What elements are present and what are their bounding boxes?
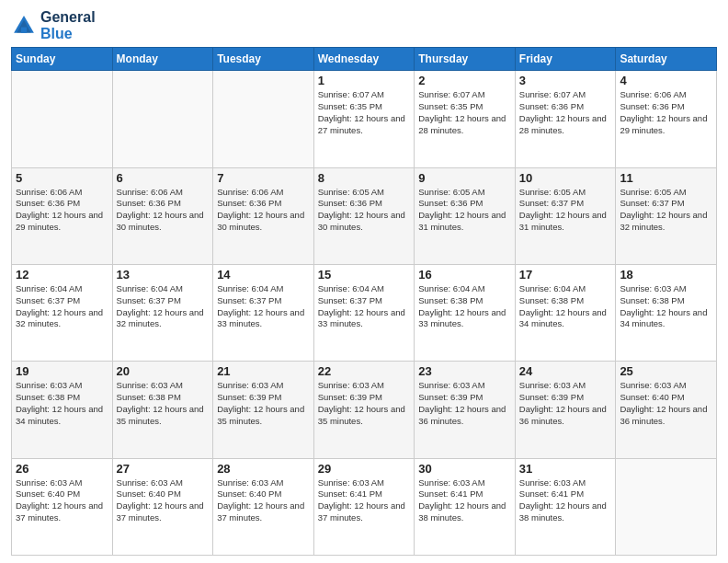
calendar-cell bbox=[112, 71, 213, 167]
day-number: 26 bbox=[16, 462, 108, 476]
day-number: 3 bbox=[519, 74, 612, 87]
calendar-cell: 13Sunrise: 6:04 AM Sunset: 6:37 PM Dayli… bbox=[112, 264, 213, 361]
day-number: 14 bbox=[217, 268, 310, 282]
day-number: 1 bbox=[318, 74, 411, 87]
day-number: 4 bbox=[620, 74, 712, 87]
day-number: 2 bbox=[418, 74, 511, 87]
cell-info: Sunrise: 6:05 AM Sunset: 6:37 PM Dayligh… bbox=[620, 187, 712, 234]
cell-info: Sunrise: 6:03 AM Sunset: 6:38 PM Dayligh… bbox=[620, 283, 712, 330]
day-number: 6 bbox=[117, 171, 210, 185]
day-of-week-header: Monday bbox=[112, 48, 213, 71]
cell-info: Sunrise: 6:04 AM Sunset: 6:37 PM Dayligh… bbox=[16, 283, 108, 330]
day-of-week-header: Sunday bbox=[12, 48, 113, 71]
cell-info: Sunrise: 6:05 AM Sunset: 6:36 PM Dayligh… bbox=[318, 187, 411, 234]
day-number: 22 bbox=[318, 364, 411, 378]
calendar-cell: 28Sunrise: 6:03 AM Sunset: 6:40 PM Dayli… bbox=[213, 458, 314, 555]
calendar-cell: 22Sunrise: 6:03 AM Sunset: 6:39 PM Dayli… bbox=[313, 362, 415, 458]
header: General Blue bbox=[11, 9, 717, 41]
cell-info: Sunrise: 6:03 AM Sunset: 6:40 PM Dayligh… bbox=[117, 477, 210, 524]
day-number: 15 bbox=[318, 268, 411, 282]
day-number: 9 bbox=[418, 171, 511, 185]
calendar-week-row: 5Sunrise: 6:06 AM Sunset: 6:36 PM Daylig… bbox=[12, 167, 717, 264]
calendar-cell: 17Sunrise: 6:04 AM Sunset: 6:38 PM Dayli… bbox=[515, 264, 616, 361]
day-number: 11 bbox=[620, 171, 712, 185]
day-of-week-header: Wednesday bbox=[313, 48, 415, 71]
day-number: 28 bbox=[217, 462, 310, 476]
cell-info: Sunrise: 6:03 AM Sunset: 6:39 PM Dayligh… bbox=[217, 380, 310, 427]
cell-info: Sunrise: 6:03 AM Sunset: 6:41 PM Dayligh… bbox=[519, 477, 612, 524]
day-number: 13 bbox=[117, 268, 210, 282]
day-number: 31 bbox=[519, 462, 612, 476]
calendar-cell: 19Sunrise: 6:03 AM Sunset: 6:38 PM Dayli… bbox=[12, 362, 113, 458]
day-number: 21 bbox=[217, 364, 310, 378]
cell-info: Sunrise: 6:06 AM Sunset: 6:36 PM Dayligh… bbox=[117, 187, 210, 234]
calendar-table: SundayMondayTuesdayWednesdayThursdayFrid… bbox=[11, 47, 717, 556]
day-number: 29 bbox=[318, 462, 411, 476]
cell-info: Sunrise: 6:03 AM Sunset: 6:40 PM Dayligh… bbox=[16, 477, 108, 524]
calendar-header: SundayMondayTuesdayWednesdayThursdayFrid… bbox=[12, 48, 717, 71]
page: General Blue SundayMondayTuesdayWednesda… bbox=[0, 0, 728, 563]
svg-rect-2 bbox=[21, 27, 27, 32]
calendar-cell bbox=[213, 71, 314, 167]
calendar-cell: 3Sunrise: 6:07 AM Sunset: 6:36 PM Daylig… bbox=[515, 71, 616, 167]
calendar-cell: 9Sunrise: 6:05 AM Sunset: 6:36 PM Daylig… bbox=[415, 167, 516, 264]
calendar-cell bbox=[616, 458, 717, 555]
cell-info: Sunrise: 6:05 AM Sunset: 6:36 PM Dayligh… bbox=[418, 187, 511, 234]
day-number: 10 bbox=[519, 171, 612, 185]
cell-info: Sunrise: 6:05 AM Sunset: 6:37 PM Dayligh… bbox=[519, 187, 612, 234]
calendar-cell: 11Sunrise: 6:05 AM Sunset: 6:37 PM Dayli… bbox=[616, 167, 717, 264]
calendar-cell: 12Sunrise: 6:04 AM Sunset: 6:37 PM Dayli… bbox=[12, 264, 113, 361]
day-number: 16 bbox=[418, 268, 511, 282]
calendar-cell: 14Sunrise: 6:04 AM Sunset: 6:37 PM Dayli… bbox=[213, 264, 314, 361]
calendar-cell: 15Sunrise: 6:04 AM Sunset: 6:37 PM Dayli… bbox=[313, 264, 415, 361]
day-number: 27 bbox=[117, 462, 210, 476]
day-number: 17 bbox=[519, 268, 612, 282]
cell-info: Sunrise: 6:03 AM Sunset: 6:38 PM Dayligh… bbox=[16, 380, 108, 427]
cell-info: Sunrise: 6:07 AM Sunset: 6:35 PM Dayligh… bbox=[418, 89, 511, 136]
logo-area: General Blue bbox=[11, 9, 96, 41]
calendar-cell: 5Sunrise: 6:06 AM Sunset: 6:36 PM Daylig… bbox=[12, 167, 113, 264]
calendar-cell: 21Sunrise: 6:03 AM Sunset: 6:39 PM Dayli… bbox=[213, 362, 314, 458]
cell-info: Sunrise: 6:06 AM Sunset: 6:36 PM Dayligh… bbox=[217, 187, 310, 234]
day-number: 25 bbox=[620, 364, 712, 378]
calendar-cell: 31Sunrise: 6:03 AM Sunset: 6:41 PM Dayli… bbox=[515, 458, 616, 555]
calendar-week-row: 12Sunrise: 6:04 AM Sunset: 6:37 PM Dayli… bbox=[12, 264, 717, 361]
day-number: 7 bbox=[217, 171, 310, 185]
cell-info: Sunrise: 6:04 AM Sunset: 6:38 PM Dayligh… bbox=[519, 283, 612, 330]
day-number: 19 bbox=[16, 364, 108, 378]
calendar-cell: 8Sunrise: 6:05 AM Sunset: 6:36 PM Daylig… bbox=[313, 167, 415, 264]
calendar-week-row: 26Sunrise: 6:03 AM Sunset: 6:40 PM Dayli… bbox=[12, 458, 717, 555]
day-of-week-header: Friday bbox=[515, 48, 616, 71]
day-number: 8 bbox=[318, 171, 411, 185]
day-number: 24 bbox=[519, 364, 612, 378]
cell-info: Sunrise: 6:03 AM Sunset: 6:39 PM Dayligh… bbox=[519, 380, 612, 427]
cell-info: Sunrise: 6:06 AM Sunset: 6:36 PM Dayligh… bbox=[620, 89, 712, 136]
cell-info: Sunrise: 6:04 AM Sunset: 6:37 PM Dayligh… bbox=[217, 283, 310, 330]
day-number: 23 bbox=[418, 364, 511, 378]
day-header-row: SundayMondayTuesdayWednesdayThursdayFrid… bbox=[12, 48, 717, 71]
cell-info: Sunrise: 6:03 AM Sunset: 6:40 PM Dayligh… bbox=[620, 380, 712, 427]
calendar-cell: 7Sunrise: 6:06 AM Sunset: 6:36 PM Daylig… bbox=[213, 167, 314, 264]
cell-info: Sunrise: 6:03 AM Sunset: 6:40 PM Dayligh… bbox=[217, 477, 310, 524]
logo-icon bbox=[11, 13, 37, 39]
cell-info: Sunrise: 6:03 AM Sunset: 6:41 PM Dayligh… bbox=[318, 477, 411, 524]
calendar-cell: 29Sunrise: 6:03 AM Sunset: 6:41 PM Dayli… bbox=[313, 458, 415, 555]
day-number: 18 bbox=[620, 268, 712, 282]
calendar-cell: 30Sunrise: 6:03 AM Sunset: 6:41 PM Dayli… bbox=[415, 458, 516, 555]
calendar-week-row: 1Sunrise: 6:07 AM Sunset: 6:35 PM Daylig… bbox=[12, 71, 717, 167]
cell-info: Sunrise: 6:06 AM Sunset: 6:36 PM Dayligh… bbox=[16, 187, 108, 234]
calendar-cell: 25Sunrise: 6:03 AM Sunset: 6:40 PM Dayli… bbox=[616, 362, 717, 458]
day-number: 30 bbox=[418, 462, 511, 476]
calendar-cell: 16Sunrise: 6:04 AM Sunset: 6:38 PM Dayli… bbox=[415, 264, 516, 361]
cell-info: Sunrise: 6:03 AM Sunset: 6:39 PM Dayligh… bbox=[318, 380, 411, 427]
cell-info: Sunrise: 6:03 AM Sunset: 6:38 PM Dayligh… bbox=[117, 380, 210, 427]
day-number: 20 bbox=[117, 364, 210, 378]
day-number: 5 bbox=[16, 171, 108, 185]
day-of-week-header: Saturday bbox=[616, 48, 717, 71]
calendar-cell bbox=[12, 71, 113, 167]
calendar-cell: 26Sunrise: 6:03 AM Sunset: 6:40 PM Dayli… bbox=[12, 458, 113, 555]
calendar-week-row: 19Sunrise: 6:03 AM Sunset: 6:38 PM Dayli… bbox=[12, 362, 717, 458]
cell-info: Sunrise: 6:07 AM Sunset: 6:35 PM Dayligh… bbox=[318, 89, 411, 136]
cell-info: Sunrise: 6:04 AM Sunset: 6:37 PM Dayligh… bbox=[117, 283, 210, 330]
day-of-week-header: Thursday bbox=[415, 48, 516, 71]
